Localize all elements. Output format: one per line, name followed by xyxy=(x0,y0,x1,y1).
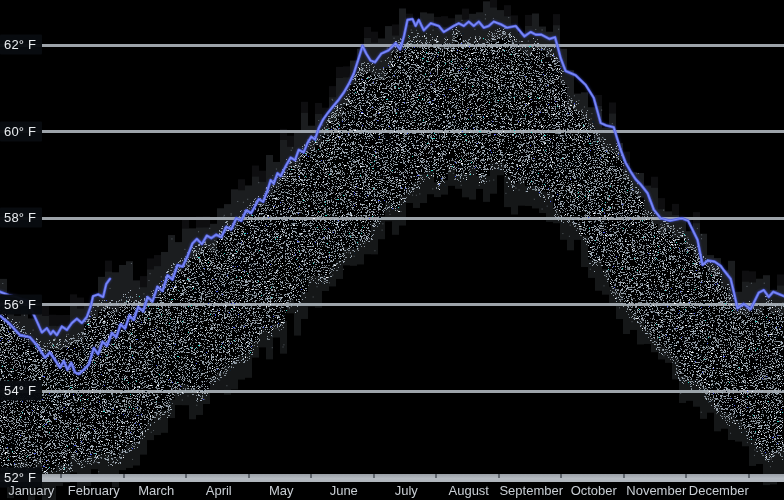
x-axis-month-label: April xyxy=(206,483,232,498)
chart-plot-canvas xyxy=(0,0,784,500)
x-axis-month-label: February xyxy=(68,483,120,498)
x-axis-month-label: June xyxy=(330,483,358,498)
x-axis-month-label: December xyxy=(689,483,749,498)
x-axis-line xyxy=(0,474,784,482)
y-axis-tick-label: 54° F xyxy=(0,381,42,401)
y-axis-tick-label: 62° F xyxy=(0,35,42,55)
y-axis-tick-label: 58° F xyxy=(0,208,42,228)
x-axis-month-label: November xyxy=(626,483,686,498)
water-temperature-chart: 62° F 60° F 58° F 56° F 54° F 52° F Janu… xyxy=(0,0,784,500)
x-axis-month-label: July xyxy=(395,483,418,498)
y-axis-tick-label: 56° F xyxy=(0,294,42,314)
x-axis-month-label: May xyxy=(269,483,294,498)
y-axis-tick-label: 60° F xyxy=(0,121,42,141)
x-axis-month-label: August xyxy=(449,483,489,498)
x-axis-month-label: September xyxy=(499,483,563,498)
x-axis-month-label: October xyxy=(571,483,617,498)
x-axis-month-label: March xyxy=(138,483,174,498)
x-axis-month-label: January xyxy=(8,483,54,498)
